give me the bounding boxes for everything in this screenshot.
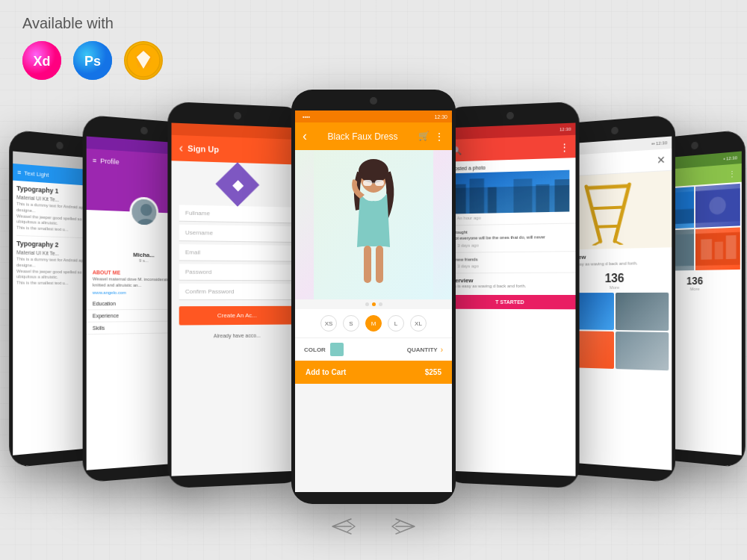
back-icon[interactable]: ‹ bbox=[179, 141, 183, 155]
sk-icon[interactable] bbox=[124, 41, 163, 80]
post-thought: a toughtNot everyone will be the ones th… bbox=[452, 228, 569, 242]
camera-notch bbox=[56, 142, 63, 150]
app-icons-row: Xd Ps bbox=[22, 41, 163, 80]
grid-photo-2 bbox=[695, 184, 740, 228]
image-dots bbox=[295, 299, 452, 309]
svg-line-32 bbox=[615, 241, 622, 245]
furniture-desc: ds is easy as waving d back and forth. bbox=[565, 261, 666, 268]
social-screen: ▪▪ 12:30 🔍 ⋮ posted a photo bbox=[446, 122, 575, 476]
svg-text:Xd: Xd bbox=[33, 54, 50, 69]
qty-arrow[interactable]: › bbox=[441, 346, 443, 354]
phones-display: ▪▪▪ ≡ Text Light Typography 1 Material U… bbox=[0, 90, 747, 538]
signup-app-bar: ‹ Sign Up bbox=[172, 135, 301, 165]
cart-icon[interactable]: 🛒 bbox=[418, 131, 430, 143]
dot-2[interactable] bbox=[372, 302, 376, 306]
hamburger-icon: ≡ bbox=[93, 157, 96, 165]
post-time-2: ⏱ 3 days ago bbox=[452, 242, 569, 248]
add-to-cart-label: Add to Cart bbox=[306, 368, 346, 376]
product-image bbox=[295, 150, 452, 299]
arrow-decoration bbox=[329, 515, 418, 538]
ps-icon[interactable]: Ps bbox=[73, 41, 112, 80]
camera-notch bbox=[370, 97, 377, 105]
hamburger-icon: ≡ bbox=[17, 169, 21, 177]
color-swatch[interactable] bbox=[330, 343, 344, 356]
svg-rect-41 bbox=[701, 239, 712, 260]
post-time-1: ⏱ An hour ago bbox=[452, 214, 569, 220]
password-field[interactable]: Password bbox=[179, 264, 294, 281]
svg-rect-23 bbox=[513, 178, 532, 213]
status-bar: ▪▪▪▪ 12:30 bbox=[295, 111, 452, 122]
more-icon[interactable]: ⋮ bbox=[560, 141, 569, 153]
post-photo bbox=[452, 170, 569, 214]
dot-3 bbox=[379, 302, 382, 306]
svg-line-28 bbox=[587, 186, 627, 188]
xd-icon[interactable]: Xd bbox=[22, 41, 61, 80]
svg-rect-14 bbox=[375, 180, 384, 186]
profile-avatar bbox=[129, 196, 158, 228]
social-post-1: posted a photo bbox=[446, 158, 575, 225]
svg-rect-21 bbox=[470, 178, 484, 214]
product-title: Black Faux Dress bbox=[327, 131, 397, 142]
signup-screen: ▪ ▪ ‹ Sign Up ◆ Fullname Username Email … bbox=[172, 122, 301, 476]
quantity-section: QUANTITY › bbox=[407, 346, 443, 354]
more-icon[interactable]: ⋮ bbox=[728, 169, 736, 178]
diamond-logo: ◆ bbox=[172, 167, 301, 202]
grid-item-2 bbox=[615, 293, 669, 331]
back-icon[interactable]: ‹ bbox=[303, 128, 307, 144]
svg-point-12 bbox=[359, 159, 388, 183]
email-field[interactable]: Email bbox=[179, 244, 294, 262]
svg-rect-16 bbox=[364, 246, 371, 283]
svg-rect-19 bbox=[452, 185, 569, 214]
price: $255 bbox=[425, 368, 441, 376]
confirm-password-field[interactable]: Confirm Password bbox=[179, 284, 294, 300]
create-account-button[interactable]: Create An Ac... bbox=[179, 306, 294, 326]
furniture-name: verview bbox=[565, 252, 666, 261]
screen-title: Profile bbox=[100, 157, 119, 166]
post-friends: 3 new friends bbox=[452, 256, 569, 263]
size-l[interactable]: L bbox=[388, 315, 404, 332]
social-post-2: a toughtNot everyone will be the ones th… bbox=[446, 224, 575, 253]
signin-link[interactable]: Already have acco... bbox=[172, 330, 301, 341]
dot-1 bbox=[365, 302, 369, 306]
svg-rect-20 bbox=[455, 184, 466, 214]
overview-text: ds is easy as waving d back and forth. bbox=[452, 284, 569, 288]
size-s[interactable]: S bbox=[343, 315, 359, 332]
overview-section: verview ds is easy as waving d back and … bbox=[446, 273, 575, 292]
svg-rect-22 bbox=[488, 187, 497, 213]
grid-photo-4 bbox=[695, 227, 740, 270]
overview-title: verview bbox=[452, 277, 569, 284]
svg-rect-24 bbox=[536, 184, 549, 213]
camera-notch bbox=[506, 112, 514, 119]
size-selector: XS S M L XL bbox=[295, 309, 452, 337]
phone-social: ▪▪ 12:30 🔍 ⋮ posted a photo bbox=[442, 102, 579, 488]
close-icon[interactable]: ✕ bbox=[657, 154, 666, 167]
add-to-cart-button[interactable]: Add to Cart $255 bbox=[295, 361, 452, 384]
svg-line-29 bbox=[592, 208, 622, 209]
camera-notch bbox=[611, 127, 619, 135]
more-icon[interactable]: ⋮ bbox=[434, 131, 444, 143]
qty-label: QUANTITY bbox=[407, 346, 438, 353]
size-m[interactable]: M bbox=[365, 315, 382, 332]
post-time-3: ⏱ 3 days ago bbox=[452, 264, 569, 269]
phone-shopping: ▪▪▪▪ 12:30 ‹ Black Faux Dress 🛒 ⋮ bbox=[291, 90, 456, 504]
svg-text:Ps: Ps bbox=[84, 54, 101, 69]
size-xs[interactable]: XS bbox=[320, 315, 337, 332]
social-post-3: 3 new friends ⏱ 3 days ago bbox=[446, 252, 575, 274]
size-xl[interactable]: XL bbox=[410, 315, 427, 332]
svg-rect-43 bbox=[726, 235, 737, 259]
camera-notch bbox=[691, 142, 698, 150]
svg-line-30 bbox=[597, 226, 617, 227]
fullname-field[interactable]: Fullname bbox=[179, 205, 294, 223]
shopping-screen: ▪▪▪▪ 12:30 ‹ Black Faux Dress 🛒 ⋮ bbox=[295, 111, 452, 492]
get-started-button[interactable]: T STARTED bbox=[446, 295, 575, 309]
screen-title: Text Light bbox=[24, 169, 49, 178]
svg-line-31 bbox=[593, 241, 601, 245]
shop-app-bar: ‹ Black Faux Dress 🛒 ⋮ bbox=[295, 122, 452, 150]
svg-rect-42 bbox=[715, 242, 723, 260]
username-field[interactable]: Username bbox=[179, 225, 294, 243]
color-quantity-row: COLOR QUANTITY › bbox=[295, 337, 452, 361]
phone-signup: ▪ ▪ ‹ Sign Up ◆ Fullname Username Email … bbox=[167, 102, 304, 488]
svg-rect-25 bbox=[555, 179, 570, 212]
action-icons: 🛒 ⋮ bbox=[418, 131, 444, 143]
camera-notch bbox=[140, 127, 148, 135]
